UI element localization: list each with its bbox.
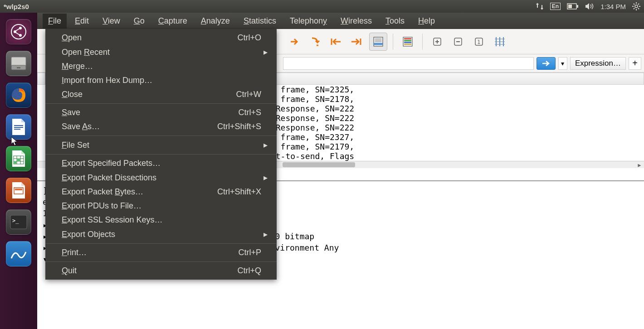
svg-rect-33 <box>15 189 22 190</box>
menu-telephony[interactable]: Telephony <box>284 14 332 29</box>
menu-separator <box>45 103 277 104</box>
file-menu-item[interactable]: OpenCtrl+O <box>45 31 277 45</box>
svg-line-16 <box>16 29 20 31</box>
volume-icon[interactable] <box>585 3 594 10</box>
menu-wireless[interactable]: Wireless <box>335 14 377 29</box>
file-menu-item[interactable]: Save As…Ctrl+Shift+S <box>45 120 277 134</box>
file-menu-item[interactable]: Open Recent▸ <box>45 45 277 59</box>
launcher-terminal[interactable]: >_ <box>6 209 31 235</box>
unity-launcher: >_ <box>0 13 37 329</box>
file-menu-item[interactable]: Merge… <box>45 59 277 73</box>
menu-tools[interactable]: Tools <box>380 14 410 29</box>
window-title: *wlp2s0 <box>4 3 536 10</box>
go-first-icon[interactable] <box>327 33 345 51</box>
svg-line-10 <box>634 8 634 9</box>
expression-button[interactable]: Expression… <box>570 57 626 70</box>
svg-rect-20 <box>17 67 20 68</box>
svg-rect-44 <box>404 42 411 43</box>
svg-point-3 <box>635 5 638 8</box>
svg-rect-31 <box>17 159 20 161</box>
col-info[interactable]: Info <box>243 73 644 85</box>
svg-line-8 <box>634 4 634 5</box>
file-menu-item[interactable]: Export Specified Packets… <box>45 156 277 170</box>
menu-separator <box>45 243 277 244</box>
svg-text:1: 1 <box>477 39 480 45</box>
file-menu-item[interactable]: Export PDUs to File… <box>45 199 277 213</box>
filter-history-dropdown[interactable]: ▾ <box>558 57 567 70</box>
svg-rect-1 <box>577 5 578 8</box>
file-menu-item[interactable]: File Set▸ <box>45 138 277 152</box>
display-filter-input[interactable] <box>283 57 534 70</box>
battery-icon[interactable] <box>567 3 579 10</box>
menu-view[interactable]: View <box>97 14 126 29</box>
jump-to-icon[interactable] <box>306 33 324 51</box>
menu-file[interactable]: File <box>43 14 67 29</box>
svg-point-12 <box>11 24 26 39</box>
system-tray: En 1:34 PM <box>536 2 640 10</box>
svg-rect-42 <box>404 38 411 39</box>
zoom-out-icon[interactable] <box>449 33 467 51</box>
system-top-bar: *wlp2s0 En 1:34 PM <box>0 0 644 13</box>
file-menu-item[interactable]: CloseCtrl+W <box>45 87 277 102</box>
svg-text:>_: >_ <box>12 218 19 224</box>
file-menu-item[interactable]: Import from Hex Dump… <box>45 73 277 87</box>
resize-columns-icon[interactable] <box>491 33 509 51</box>
menu-separator <box>45 154 277 155</box>
menu-analyze[interactable]: Analyze <box>195 14 235 29</box>
svg-rect-2 <box>568 5 572 8</box>
app-menubar: File Edit View Go Capture Analyze Statis… <box>37 13 644 29</box>
launcher-files[interactable] <box>6 51 31 76</box>
app-window: File Edit View Go Capture Analyze Statis… <box>37 13 644 329</box>
zoom-reset-icon[interactable]: 1 <box>470 33 488 51</box>
network-icon[interactable] <box>536 2 544 10</box>
go-forward-icon[interactable] <box>285 33 303 51</box>
svg-line-11 <box>638 4 639 5</box>
file-menu-item[interactable]: Export Packet Dissections▸ <box>45 170 277 185</box>
file-menu-dropdown: OpenCtrl+OOpen Recent▸Merge…Import from … <box>45 29 277 280</box>
menu-separator <box>45 135 277 136</box>
file-menu-item[interactable]: Export Packet Bytes…Ctrl+Shift+X <box>45 185 277 199</box>
svg-line-17 <box>16 33 20 35</box>
svg-rect-30 <box>14 162 16 164</box>
menu-capture[interactable]: Capture <box>153 14 193 29</box>
colorize-icon[interactable] <box>399 33 417 51</box>
zoom-in-icon[interactable] <box>428 33 446 51</box>
menu-edit[interactable]: Edit <box>69 14 94 29</box>
svg-rect-24 <box>14 129 20 130</box>
file-menu-item[interactable]: SaveCtrl+S <box>45 106 277 120</box>
menu-separator <box>45 261 277 262</box>
file-menu-item[interactable]: Print…Ctrl+P <box>45 246 277 260</box>
add-filter-button[interactable]: + <box>629 57 641 70</box>
menu-statistics[interactable]: Statistics <box>238 14 282 29</box>
file-menu-item[interactable]: Export SSL Session Keys… <box>45 213 277 227</box>
language-indicator[interactable]: En <box>550 3 561 10</box>
auto-scroll-icon[interactable] <box>369 33 387 51</box>
launcher-dash[interactable] <box>6 19 31 44</box>
clock[interactable]: 1:34 PM <box>600 3 626 10</box>
svg-rect-22 <box>14 125 23 126</box>
settings-gear-icon[interactable] <box>632 2 640 10</box>
file-menu-item[interactable]: QuitCtrl+Q <box>45 264 277 278</box>
svg-line-9 <box>638 8 639 9</box>
svg-rect-18 <box>11 57 26 66</box>
apply-filter-button[interactable] <box>537 57 556 70</box>
go-last-icon[interactable] <box>347 33 366 51</box>
launcher-writer[interactable] <box>6 114 31 140</box>
svg-rect-23 <box>14 127 23 128</box>
menu-help[interactable]: Help <box>413 14 440 29</box>
svg-rect-37 <box>374 43 383 45</box>
launcher-impress[interactable] <box>6 178 31 203</box>
file-menu-item[interactable]: Export Objects▸ <box>45 227 277 242</box>
svg-rect-45 <box>404 44 411 45</box>
svg-rect-43 <box>404 40 411 41</box>
launcher-calc[interactable] <box>6 146 31 171</box>
launcher-firefox[interactable] <box>6 82 31 108</box>
menu-go[interactable]: Go <box>128 14 150 29</box>
launcher-wireshark[interactable] <box>6 241 31 266</box>
